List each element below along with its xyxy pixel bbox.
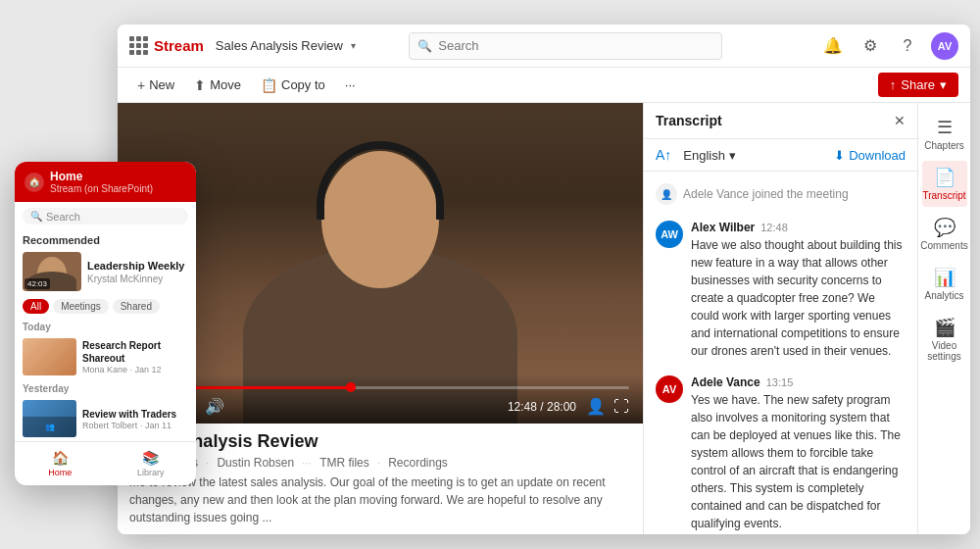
analytics-icon-item[interactable]: 📊 Analytics [922,261,967,307]
share-icon: ↑ [890,77,897,92]
transcript-panel: Transcript ✕ A↑ English ▾ ⬇ Download 👤 A… [643,103,917,534]
join-notice: 👤 Adele Vance joined the meeting [656,179,906,209]
share-button[interactable]: ↑ Share ▾ [878,73,958,97]
mobile-search[interactable]: 🔍 Search [23,208,188,225]
mobile-thumb-duration: 42:03 [24,278,50,289]
mobile-yesterday-title: Review with Traders [82,408,176,421]
mobile-window: 🏠 Home Stream (on SharePoint) 🔍 Search R… [15,162,196,485]
more-options-button[interactable]: ··· [337,74,364,96]
transcript-header: Transcript ✕ [644,103,917,139]
transcript-toolbar: A↑ English ▾ ⬇ Download [644,139,917,172]
mobile-home-icon: 🏠 [24,173,44,192]
mobile-yesterday-label: Yesterday [15,379,196,396]
mobile-featured-card[interactable]: 42:03 Leadership Weekly Krystal McKinney [15,248,196,295]
video-controls: ⏸ ⏮ ↩ 🔊 12:48 / 28:00 👤 ⛶ [118,374,643,424]
share-chevron: ▾ [940,77,947,92]
waffle-icon[interactable] [129,36,148,55]
help-icon[interactable]: ? [894,32,921,60]
translate-icon: A↑ [656,147,671,163]
video-title: Sales Analysis Review [129,431,631,452]
right-controls: 👤 ⛶ [586,397,629,416]
library-nav-icon: 📚 [142,450,159,466]
mobile-nav-home[interactable]: 🏠 Home [15,446,106,481]
breadcrumb-chevron[interactable]: ▾ [351,40,356,51]
mobile-search-icon: 🔍 [30,211,42,222]
move-button[interactable]: ⬆ Move [186,74,249,97]
mobile-recommended-label: Recommended [15,230,196,248]
fullscreen-icon[interactable]: ⛶ [613,398,629,416]
volume-icon[interactable]: 🔊 [205,397,224,416]
copy-to-button[interactable]: 📋 Copy to [253,74,333,97]
location1[interactable]: TMR files [319,456,369,470]
filter-shared-chip[interactable]: Shared [113,299,160,314]
video-meta: 10,589 views · Dustin Robsen ··· TMR fil… [129,456,631,470]
move-icon: ⬆ [194,77,206,93]
close-transcript-button[interactable]: ✕ [894,113,906,128]
mobile-topbar: 🏠 Home Stream (on SharePoint) [15,162,196,202]
transcript-title: Transcript [656,113,722,128]
entry-avatar-1: AV [656,375,683,403]
search-icon: 🔍 [417,39,432,53]
new-button[interactable]: + New [129,74,182,97]
lang-chevron: ▾ [729,148,736,163]
settings-icon[interactable]: ⚙ [857,32,884,60]
comments-icon: 💬 [934,217,956,238]
search-box[interactable]: 🔍 [409,32,722,60]
mobile-nav-library[interactable]: 📚 Library [106,446,197,481]
mobile-title-area: Home Stream (on SharePoint) [50,170,153,194]
mobile-yesterday-item[interactable]: 👥 Review with Traders Robert Tolbert · J… [15,396,196,441]
mobile-subtitle: Stream (on SharePoint) [50,183,153,194]
transcript-entry-1: AV Adele Vance 13:15 Yes we have. The ne… [656,375,906,532]
location2[interactable]: Recordings [388,456,448,470]
entry-name-time-0: Alex Wilber 12:48 [691,221,906,234]
user-avatar[interactable]: AV [931,32,958,60]
analytics-icon: 📊 [934,267,956,288]
actionbar: + New ⬆ Move 📋 Copy to ··· ↑ Share ▾ [118,68,970,103]
transcript-icon: 📄 [934,167,956,188]
mobile-today-item[interactable]: Research Report Shareout Mona Kane · Jan… [15,334,196,379]
entry-content-1: Adele Vance 13:15 Yes we have. The new s… [691,375,906,532]
chapters-icon: ☰ [937,117,953,138]
content-area: ⏸ ⏮ ↩ 🔊 12:48 / 28:00 👤 ⛶ [118,103,970,534]
meta-sep1: · [206,456,209,470]
mobile-yesterday-info: Review with Traders Robert Tolbert · Jan… [82,408,176,430]
below-video: Sales Analysis Review 10,589 views · Dus… [118,424,643,534]
breadcrumb-title[interactable]: Sales Analysis Review [216,38,343,53]
comments-icon-item[interactable]: 💬 Comments [922,211,967,257]
mobile-title: Home [50,170,153,183]
entry-content-0: Alex Wilber 12:48 Have we also thought a… [691,221,906,360]
progress-dot [346,382,356,392]
download-button[interactable]: ⬇ Download [834,148,906,163]
filter-all-chip[interactable]: All [23,299,49,314]
transcript-icon-item[interactable]: 📄 Transcript [922,161,967,207]
mobile-today-thumb [23,338,76,375]
controls-row: ⏸ ⏮ ↩ 🔊 12:48 / 28:00 👤 ⛶ [131,397,629,416]
mobile-today-label: Today [15,318,196,334]
chapters-icon-item[interactable]: ☰ Chapters [922,111,967,157]
topbar-actions: 🔔 ⚙ ? AV [819,32,958,60]
language-selector[interactable]: English ▾ [683,148,736,163]
video-settings-icon: 🎬 [934,317,956,338]
transcript-entry: AW Alex Wilber 12:48 Have we also though… [656,221,906,360]
transcript-body: 👤 Adele Vance joined the meeting AW Alex… [644,172,917,534]
download-icon: ⬇ [834,148,845,163]
mobile-today-info: Research Report Shareout Mona Kane · Jan… [82,339,188,374]
video-container[interactable]: ⏸ ⏮ ↩ 🔊 12:48 / 28:00 👤 ⛶ [118,103,643,424]
entry-avatar-0: AW [656,221,683,248]
progress-bar[interactable] [131,386,629,389]
mobile-yesterday-meta: Robert Tolbert · Jan 11 [82,421,176,430]
mobile-search-placeholder: Search [46,211,80,223]
mobile-today-title: Research Report Shareout [82,339,188,365]
topbar: Stream Sales Analysis Review ▾ 🔍 🔔 ⚙ ? A… [118,25,970,68]
filter-meetings-chip[interactable]: Meetings [53,299,109,314]
side-icons-panel: ☰ Chapters 📄 Transcript 💬 Comments 📊 Ana… [917,103,970,534]
notification-icon[interactable]: 🔔 [819,32,847,60]
video-settings-icon-item[interactable]: 🎬 Video settings [922,311,967,368]
app-name: Stream [154,37,204,54]
author-name[interactable]: Dustin Robsen [217,456,294,470]
mobile-filter-row: All Meetings Shared [15,295,196,318]
meta-sep3: · [377,456,380,470]
share-video-icon[interactable]: 👤 [586,397,606,416]
search-input[interactable] [438,38,713,53]
mobile-featured-title: Leadership Weekly [87,259,184,273]
